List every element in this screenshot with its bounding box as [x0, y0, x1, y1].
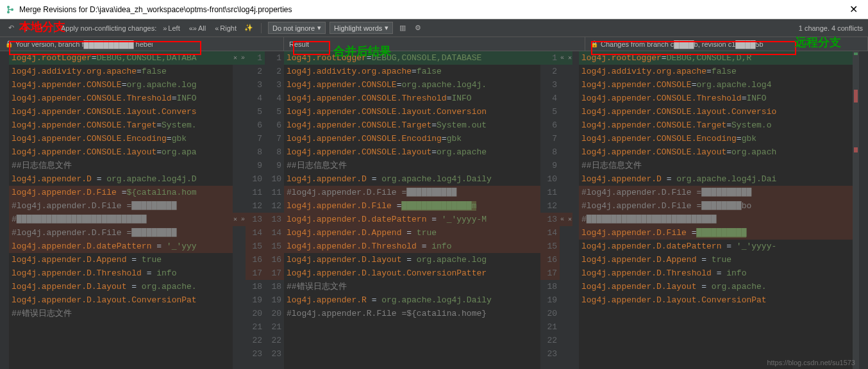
- center-pane[interactable]: log4j.rootLogger=DEBUG,CONSOLE,DATABASEl…: [284, 51, 540, 369]
- arrow-down-icon[interactable]: ↓: [21, 22, 32, 34]
- lock-icon: 🔒: [5, 40, 13, 47]
- right-pane[interactable]: log4j.rootLogger=DEBUG,CONSOLE,D,Rlog4j.…: [579, 51, 859, 369]
- apply-right-action[interactable]: « ✕: [560, 213, 572, 226]
- code-line[interactable]: ##错误日志文件: [9, 307, 233, 320]
- code-line[interactable]: log4j.appender.R = org.apache.log4j.Dail…: [284, 293, 540, 307]
- code-line[interactable]: log4j.appender.CONSOLE=org.apache.log4: [579, 78, 859, 92]
- code-line[interactable]: #log4j.appender.D.File =█████████: [9, 226, 233, 240]
- svg-point-1: [7, 11, 10, 13]
- code-line[interactable]: #log4j.appender.D.File =██████████: [579, 186, 859, 199]
- apply-left-action[interactable]: ✕ »: [233, 213, 246, 226]
- header-left: 🔒Your version, branch f██████████ hebei: [0, 37, 284, 51]
- code-line[interactable]: log4j.appender.CONSOLE.Threshold=INFO: [284, 92, 540, 105]
- code-line[interactable]: log4j.appender.CONSOLE.Encoding=gbk: [579, 132, 859, 145]
- highlight-dropdown[interactable]: Highlight words ▾: [330, 22, 393, 34]
- code-line[interactable]: #██████████████████████████: [9, 213, 233, 226]
- code-line[interactable]: log4j.appender.D.layout.ConversionPatter: [284, 266, 540, 280]
- code-line[interactable]: log4j.appender.D.Threshold = info: [9, 266, 233, 280]
- code-line[interactable]: #log4j.appender.R.File =${catalina.home}: [284, 307, 540, 320]
- code-line[interactable]: log4j.appender.CONSOLE.Encoding=gbk: [9, 132, 233, 145]
- code-line[interactable]: log4j.rootLogger=DEBUG,CONSOLE,DATABASE: [284, 51, 540, 65]
- lock-icon: 🔒: [590, 40, 598, 47]
- code-line[interactable]: log4j.rootLogger=DEBUG,CONSOLE,DATABA: [9, 51, 233, 65]
- code-line[interactable]: #log4j.appender.D.File =█████████: [9, 199, 233, 213]
- watermark: https://blog.csdn.net/su1573: [767, 359, 855, 366]
- code-line[interactable]: log4j.appender.D.Append = true: [579, 253, 859, 266]
- apply-right-button[interactable]: « Right: [212, 24, 239, 32]
- code-line[interactable]: log4j.appender.CONSOLE.Target=System.out: [284, 119, 540, 132]
- code-line[interactable]: #log4j.appender.D.File =██████████: [284, 186, 540, 199]
- code-line[interactable]: log4j.appender.D.Threshold = info: [579, 266, 859, 280]
- right-marker-gutter: [859, 51, 868, 369]
- code-line[interactable]: log4j.appender.D.datePattern = '_'yyy: [9, 240, 233, 253]
- apply-left-action[interactable]: ✕ »: [233, 51, 246, 65]
- code-line[interactable]: log4j.appender.D = org.apache.log4j.D: [9, 172, 233, 186]
- panel-headers: 🔒Your version, branch f██████████ hebei …: [0, 37, 868, 51]
- left-marker-gutter: [0, 51, 9, 369]
- code-line[interactable]: log4j.appender.CONSOLE=org.apache.log4j.: [284, 78, 540, 92]
- code-line[interactable]: ##日志信息文件: [9, 159, 233, 172]
- code-line[interactable]: log4j.appender.D = org.apache.log4j.Dail…: [284, 172, 540, 186]
- code-line[interactable]: log4j.appender.D.layout.ConversionPat: [9, 293, 233, 307]
- code-line[interactable]: log4j.appender.D.datePattern = '_'yyyy-: [579, 240, 859, 253]
- code-line[interactable]: log4j.addivity.org.apache=false: [9, 65, 233, 78]
- code-line[interactable]: log4j.appender.D.layout = org.apache.log: [284, 253, 540, 266]
- code-line[interactable]: log4j.appender.D.Threshold = info: [284, 240, 540, 253]
- code-line[interactable]: log4j.appender.CONSOLE.layout=org.apach: [579, 145, 859, 159]
- code-line[interactable]: ##日志信息文件: [579, 159, 859, 172]
- code-line[interactable]: log4j.appender.CONSOLE.Encoding=gbk: [284, 132, 540, 145]
- code-line[interactable]: log4j.appender.CONSOLE.Target=System.: [9, 119, 233, 132]
- titlebar: Merge Revisions for D:\java\idea_zh_work…: [0, 0, 868, 19]
- right-gutter: 1« ✕2345678910111213« ✕14151617181920212…: [540, 51, 579, 369]
- code-line[interactable]: log4j.appender.D.File =██████████████m: [284, 199, 540, 213]
- code-line[interactable]: log4j.appender.D.File =${catalina.hom: [9, 186, 233, 199]
- code-line[interactable]: log4j.appender.D.File =██████████: [579, 226, 859, 240]
- code-line[interactable]: log4j.appender.D.datePattern = '_'yyyy-M: [284, 213, 540, 226]
- code-line[interactable]: log4j.appender.CONSOLE.layout.Conversion: [284, 105, 540, 119]
- code-line[interactable]: log4j.appender.CONSOLE.Threshold=INFO: [9, 92, 233, 105]
- code-line[interactable]: log4j.appender.D.Append = true: [9, 253, 233, 266]
- code-line[interactable]: #log4j.appender.D.File =████████bo: [579, 199, 859, 213]
- code-line[interactable]: log4j.appender.CONSOLE.Threshold=INFO: [579, 92, 859, 105]
- right-scrollbar[interactable]: [853, 51, 859, 369]
- app-icon: [5, 4, 15, 15]
- code-line[interactable]: ##错误日志文件: [284, 280, 540, 293]
- close-button[interactable]: ✕: [844, 3, 863, 15]
- header-center: Result: [284, 37, 585, 51]
- apply-all-button[interactable]: «» All: [187, 24, 208, 32]
- code-line[interactable]: log4j.appender.D.layout.ConversionPat: [579, 293, 859, 307]
- center-gutter: ✕ »112233445566778899101011111212✕ »1313…: [233, 51, 284, 369]
- apply-left-button[interactable]: » Left: [160, 24, 182, 32]
- svg-point-0: [7, 6, 10, 8]
- code-line[interactable]: log4j.appender.CONSOLE.layout=org.apache: [284, 145, 540, 159]
- code-line[interactable]: log4j.appender.D.layout = org.apache.: [9, 280, 233, 293]
- code-line[interactable]: log4j.addivity.org.apache=false: [284, 65, 540, 78]
- merge-panes: log4j.rootLogger=DEBUG,CONSOLE,DATABAlog…: [0, 51, 868, 369]
- toolbar: ↶ ↓ ↑ Apply non-conflicting changes: » L…: [0, 19, 868, 37]
- rollback-icon[interactable]: ↶: [5, 22, 17, 34]
- arrow-up-icon[interactable]: ↑: [36, 22, 47, 34]
- magic-wand-icon[interactable]: ✨: [243, 22, 255, 34]
- apply-right-action[interactable]: « ✕: [560, 51, 572, 65]
- ignore-dropdown[interactable]: Do not ignore ▾: [268, 22, 326, 34]
- layout-icon[interactable]: ▥: [397, 22, 408, 34]
- code-line[interactable]: #██████████████████████████: [579, 213, 859, 226]
- code-line[interactable]: log4j.appender.D = org.apache.log4j.Dai: [579, 172, 859, 186]
- code-line[interactable]: log4j.appender.CONSOLE.layout.Convers: [9, 105, 233, 119]
- code-line[interactable]: log4j.appender.CONSOLE=org.apache.log: [9, 78, 233, 92]
- apply-label: Apply non-conflicting changes:: [61, 24, 156, 32]
- svg-point-2: [11, 8, 13, 11]
- code-line[interactable]: log4j.appender.D.layout = org.apache.: [579, 280, 859, 293]
- left-pane[interactable]: log4j.rootLogger=DEBUG,CONSOLE,DATABAlog…: [9, 51, 233, 369]
- code-line[interactable]: log4j.appender.CONSOLE.layout=org.apa: [9, 145, 233, 159]
- gear-icon[interactable]: ⚙: [412, 22, 424, 34]
- code-line[interactable]: ##日志信息文件: [284, 159, 540, 172]
- status-text: 1 change. 4 conflicts: [799, 24, 863, 32]
- code-line[interactable]: log4j.addivity.org.apache=false: [579, 65, 859, 78]
- code-line[interactable]: log4j.rootLogger=DEBUG,CONSOLE,D,R: [579, 51, 859, 65]
- window-title: Merge Revisions for D:\java\idea_zh_work…: [19, 5, 844, 14]
- code-line[interactable]: log4j.appender.D.Append = true: [284, 226, 540, 240]
- code-line[interactable]: log4j.appender.CONSOLE.layout.Conversio: [579, 105, 859, 119]
- header-right: 🔒Changes from branch c████b, revision c1…: [585, 37, 868, 51]
- code-line[interactable]: log4j.appender.CONSOLE.Target=System.o: [579, 119, 859, 132]
